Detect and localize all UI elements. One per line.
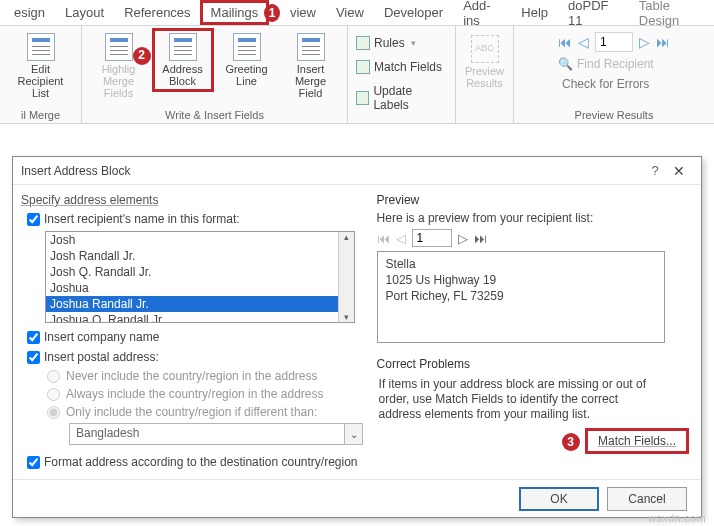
name-format-listbox[interactable]: Josh Josh Randall Jr. Josh Q. Randall Jr…: [45, 231, 355, 323]
check-errors-button[interactable]: Check for Errors: [558, 76, 649, 92]
scroll-down-icon[interactable]: ▾: [344, 312, 349, 322]
format-destination-checkbox[interactable]: Format address according to the destinat…: [21, 447, 369, 472]
group-write-label: Write & Insert Fields: [165, 107, 264, 121]
cancel-button[interactable]: Cancel: [607, 487, 687, 511]
list-item[interactable]: Joshua Q. Randall Jr.: [46, 312, 354, 323]
tab-design[interactable]: esign: [4, 1, 55, 24]
never-include-country-radio[interactable]: Never include the country/region in the …: [21, 367, 369, 385]
update-labels-button[interactable]: Update Labels: [354, 82, 449, 114]
tab-view[interactable]: View: [326, 1, 374, 24]
ok-button[interactable]: OK: [519, 487, 599, 511]
tab-mailings[interactable]: Mailings: [201, 1, 269, 24]
dialog-close-button[interactable]: ✕: [665, 163, 693, 179]
insert-postal-checkbox[interactable]: Insert postal address:: [21, 347, 369, 367]
recipient-list-icon: [27, 33, 55, 61]
ribbon-tabs: esign Layout References Mailings 1 view …: [0, 0, 714, 26]
country-combo-value: Bangladesh: [69, 423, 345, 445]
insert-address-block-dialog: Insert Address Block ? ✕ Specify address…: [12, 156, 702, 518]
correct-problems-text: If items in your address block are missi…: [377, 373, 665, 426]
dialog-title: Insert Address Block: [21, 164, 130, 178]
country-combo[interactable]: Bangladesh ⌄: [69, 423, 369, 445]
preview-box: Stella 1025 Us Highway 19 Port Richey, F…: [377, 251, 665, 343]
rules-button[interactable]: Rules▾: [354, 34, 418, 52]
address-block-icon: [169, 33, 197, 61]
ribbon-body: Edit Recipient List il Merge 2 Highlig M…: [0, 26, 714, 124]
last-icon[interactable]: ⏭: [474, 231, 487, 246]
address-block-button[interactable]: Address Block: [154, 30, 212, 90]
preview-header: Preview: [377, 189, 691, 209]
tab-references[interactable]: References: [114, 1, 200, 24]
next-record-icon[interactable]: ▷: [639, 34, 650, 50]
tab-review-crop[interactable]: view: [280, 1, 326, 24]
record-number-input[interactable]: [595, 32, 633, 52]
dialog-footer: OK Cancel: [13, 479, 701, 517]
find-recipient-button: 🔍Find Recipient: [558, 56, 654, 72]
highlight-merge-fields-button: 2 Highlig Merge Fields: [90, 30, 148, 102]
prev-icon[interactable]: ◁: [396, 231, 406, 246]
list-item[interactable]: Joshua: [46, 280, 354, 296]
group-mailmerge-label: il Merge: [21, 107, 60, 121]
marker-1: 1: [264, 4, 280, 22]
match-fields-icon: [356, 60, 370, 74]
chevron-down-icon[interactable]: ⌄: [345, 423, 363, 445]
preview-results-button[interactable]: ABC Preview Results: [456, 32, 514, 92]
group-preview-label: Preview Results: [575, 107, 654, 121]
preview-index-input[interactable]: [412, 229, 452, 247]
greeting-line-button[interactable]: Greeting Line: [218, 30, 276, 90]
always-include-country-radio[interactable]: Always include the country/region in the…: [21, 385, 369, 403]
insert-company-checkbox[interactable]: Insert company name: [21, 327, 369, 347]
match-fields-button[interactable]: Match Fields...: [585, 428, 689, 454]
preview-line: Stella: [386, 256, 656, 272]
insert-name-checkbox[interactable]: Insert recipient's name in this format:: [21, 209, 369, 229]
dialog-titlebar: Insert Address Block ? ✕: [13, 157, 701, 185]
greeting-icon: [233, 33, 261, 61]
find-icon: 🔍: [558, 57, 573, 71]
insert-merge-field-button[interactable]: Insert Merge Field: [282, 30, 340, 102]
next-icon[interactable]: ▷: [458, 231, 468, 246]
correct-problems-header: Correct Problems: [377, 353, 691, 373]
dialog-help-button[interactable]: ?: [645, 163, 665, 178]
only-if-different-radio[interactable]: Only include the country/region if diffe…: [21, 403, 369, 421]
list-item[interactable]: Josh: [46, 232, 354, 248]
list-item-selected[interactable]: Joshua Randall Jr.: [46, 296, 354, 312]
chevron-down-icon: ▾: [411, 38, 416, 48]
marker-2: 2: [133, 47, 151, 65]
listbox-scrollbar[interactable]: ▴▾: [338, 232, 354, 322]
edit-recipient-list-button[interactable]: Edit Recipient List: [12, 30, 70, 102]
merge-field-icon: [297, 33, 325, 61]
scroll-up-icon[interactable]: ▴: [344, 232, 349, 242]
first-icon[interactable]: ⏮: [377, 231, 390, 246]
tab-help[interactable]: Help: [511, 1, 558, 24]
tab-layout[interactable]: Layout: [55, 1, 114, 24]
rules-icon: [356, 36, 370, 50]
watermark: wsxdn.com: [648, 512, 706, 524]
highlight-icon: [105, 33, 133, 61]
list-item[interactable]: Josh Q. Randall Jr.: [46, 264, 354, 280]
update-labels-icon: [356, 91, 369, 105]
first-record-icon[interactable]: ⏮: [558, 34, 572, 50]
ribbon-match-fields-button[interactable]: Match Fields: [354, 58, 444, 76]
preview-line: Port Richey, FL 73259: [386, 288, 656, 304]
preview-hint: Here is a preview from your recipient li…: [377, 209, 691, 227]
record-navigator[interactable]: ⏮ ◁ ▷ ⏭: [558, 32, 670, 52]
marker-3: 3: [562, 433, 580, 451]
specify-elements-header: Specify address elements: [21, 189, 369, 209]
prev-record-icon[interactable]: ◁: [578, 34, 589, 50]
list-item[interactable]: Josh Randall Jr.: [46, 248, 354, 264]
preview-icon: ABC: [471, 35, 499, 63]
last-record-icon[interactable]: ⏭: [656, 34, 670, 50]
tab-developer[interactable]: Developer: [374, 1, 453, 24]
preview-navigator[interactable]: ⏮ ◁ ▷ ⏭: [377, 229, 691, 247]
preview-line: 1025 Us Highway 19: [386, 272, 656, 288]
